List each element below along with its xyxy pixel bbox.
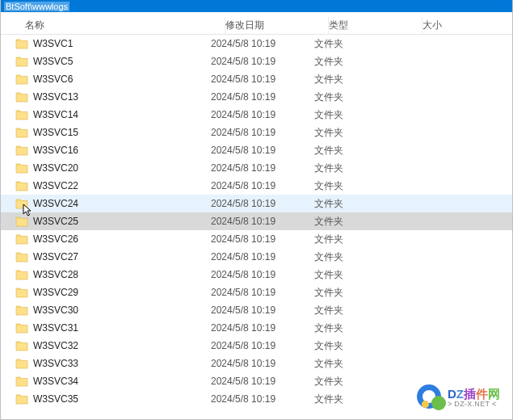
- file-type: 文件夹: [314, 73, 408, 86]
- file-type: 文件夹: [314, 126, 408, 140]
- file-name-cell: W3SVC27: [15, 251, 211, 262]
- watermark: DZ插件网 > DZ-X.NET <: [417, 384, 500, 412]
- folder-icon: [15, 322, 28, 334]
- file-name-cell: W3SVC31: [15, 322, 211, 334]
- table-row[interactable]: W3SVC302024/5/8 10:19文件夹: [1, 301, 512, 319]
- file-date: 2024/5/8 10:19: [211, 376, 314, 387]
- file-date: 2024/5/8 10:19: [211, 304, 314, 316]
- column-header-date[interactable]: 修改日期: [225, 17, 329, 34]
- file-name: W3SVC16: [33, 145, 78, 156]
- file-date: 2024/5/8 10:19: [211, 162, 314, 174]
- folder-icon: [15, 127, 28, 138]
- file-type: 文件夹: [314, 37, 408, 51]
- file-type: 文件夹: [314, 162, 408, 175]
- table-row[interactable]: W3SVC52024/5/8 10:19文件夹: [1, 52, 512, 70]
- folder-icon: [15, 74, 28, 85]
- file-name-cell: W3SVC20: [15, 162, 211, 174]
- file-type: 文件夹: [314, 90, 408, 104]
- file-type: 文件夹: [314, 268, 408, 282]
- file-date: 2024/5/8 10:19: [211, 251, 314, 262]
- file-name-cell: W3SVC24: [15, 198, 211, 209]
- table-row[interactable]: W3SVC62024/5/8 10:19文件夹: [1, 70, 512, 88]
- address-bar[interactable]: BtSoft\wwwlogs: [1, 0, 512, 12]
- column-header-name[interactable]: 名称: [1, 17, 225, 34]
- file-date: 2024/5/8 10:19: [211, 74, 314, 85]
- file-name: W3SVC14: [33, 109, 78, 120]
- file-name-cell: W3SVC22: [15, 180, 211, 191]
- file-name-cell: W3SVC15: [15, 127, 211, 138]
- table-row[interactable]: W3SVC332024/5/8 10:19文件夹: [1, 355, 512, 372]
- file-type: 文件夹: [314, 197, 408, 211]
- file-list: W3SVC12024/5/8 10:19文件夹W3SVC52024/5/8 10…: [1, 35, 512, 408]
- watermark-logo-icon: [417, 384, 444, 412]
- file-date: 2024/5/8 10:19: [211, 358, 314, 369]
- file-date: 2024/5/8 10:19: [211, 91, 314, 103]
- column-headers: 名称 修改日期 类型 大小: [1, 12, 512, 35]
- table-row[interactable]: W3SVC132024/5/8 10:19文件夹: [1, 88, 512, 106]
- file-date: 2024/5/8 10:19: [211, 233, 314, 245]
- file-name: W3SVC26: [33, 233, 78, 245]
- table-row[interactable]: W3SVC12024/5/8 10:19文件夹: [1, 35, 512, 52]
- table-row[interactable]: W3SVC142024/5/8 10:19文件夹: [1, 106, 512, 124]
- file-date: 2024/5/8 10:19: [211, 56, 314, 67]
- file-name: W3SVC33: [33, 358, 78, 369]
- table-row[interactable]: W3SVC152024/5/8 10:19文件夹: [1, 124, 512, 141]
- file-name: W3SVC5: [33, 56, 73, 67]
- folder-icon: [15, 216, 28, 227]
- file-type: 文件夹: [314, 250, 408, 264]
- table-row[interactable]: W3SVC262024/5/8 10:19文件夹: [1, 230, 512, 248]
- file-name: W3SVC27: [33, 251, 78, 262]
- folder-icon: [15, 304, 28, 316]
- file-name-cell: W3SVC28: [15, 269, 211, 280]
- table-row[interactable]: W3SVC312024/5/8 10:19文件夹: [1, 319, 512, 337]
- table-row[interactable]: W3SVC202024/5/8 10:19文件夹: [1, 159, 512, 177]
- table-row[interactable]: W3SVC252024/5/8 10:19文件夹: [1, 212, 512, 230]
- file-name-cell: W3SVC16: [15, 145, 211, 156]
- file-type: 文件夹: [314, 375, 408, 388]
- file-type: 文件夹: [314, 339, 408, 353]
- file-name: W3SVC29: [33, 287, 78, 298]
- file-name: W3SVC30: [33, 304, 78, 316]
- file-name: W3SVC22: [33, 180, 78, 191]
- file-name: W3SVC28: [33, 269, 78, 280]
- file-name-cell: W3SVC30: [15, 304, 211, 316]
- file-type: 文件夹: [314, 304, 408, 317]
- file-name: W3SVC1: [33, 38, 73, 49]
- file-date: 2024/5/8 10:19: [211, 109, 314, 120]
- folder-icon: [15, 233, 28, 245]
- table-row[interactable]: W3SVC322024/5/8 10:19文件夹: [1, 337, 512, 355]
- table-row[interactable]: W3SVC292024/5/8 10:19文件夹: [1, 284, 512, 301]
- file-name: W3SVC15: [33, 127, 78, 138]
- table-row[interactable]: W3SVC282024/5/8 10:19文件夹: [1, 266, 512, 284]
- column-header-type[interactable]: 类型: [329, 17, 423, 34]
- file-name-cell: W3SVC34: [15, 376, 211, 387]
- file-date: 2024/5/8 10:19: [211, 287, 314, 298]
- file-name: W3SVC20: [33, 162, 78, 174]
- file-type: 文件夹: [314, 215, 408, 229]
- file-name: W3SVC13: [33, 91, 78, 103]
- table-row[interactable]: W3SVC162024/5/8 10:19文件夹: [1, 141, 512, 159]
- file-date: 2024/5/8 10:19: [211, 198, 314, 209]
- file-name-cell: W3SVC13: [15, 91, 211, 103]
- file-date: 2024/5/8 10:19: [211, 180, 314, 191]
- table-row[interactable]: W3SVC222024/5/8 10:19文件夹: [1, 177, 512, 195]
- column-header-size[interactable]: 大小: [423, 17, 495, 34]
- folder-icon: [15, 269, 28, 280]
- file-name-cell: W3SVC35: [15, 393, 211, 405]
- folder-icon: [15, 109, 28, 120]
- file-date: 2024/5/8 10:19: [211, 393, 314, 405]
- watermark-url: > DZ-X.NET <: [448, 401, 500, 409]
- address-path: BtSoft\wwwlogs: [4, 2, 69, 11]
- folder-icon: [15, 91, 28, 103]
- file-name-cell: W3SVC5: [15, 56, 211, 67]
- file-name-cell: W3SVC29: [15, 287, 211, 298]
- table-row[interactable]: W3SVC272024/5/8 10:19文件夹: [1, 248, 512, 266]
- file-date: 2024/5/8 10:19: [211, 216, 314, 227]
- file-type: 文件夹: [314, 357, 408, 371]
- file-date: 2024/5/8 10:19: [211, 38, 314, 49]
- folder-icon: [15, 198, 28, 209]
- folder-icon: [15, 340, 28, 351]
- file-date: 2024/5/8 10:19: [211, 340, 314, 351]
- file-type: 文件夹: [314, 233, 408, 246]
- table-row[interactable]: W3SVC242024/5/8 10:19文件夹: [1, 195, 512, 212]
